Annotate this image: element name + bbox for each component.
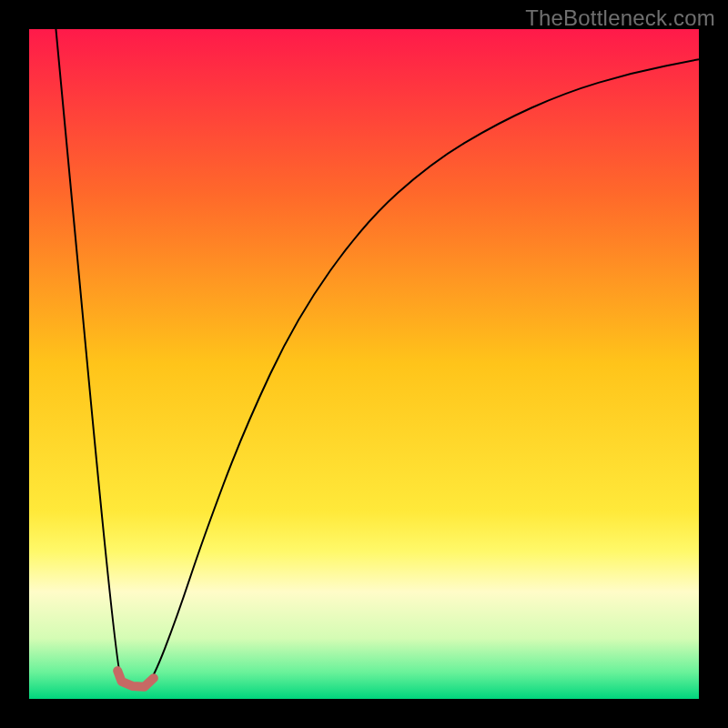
watermark-text: TheBottleneck.com xyxy=(525,5,715,31)
gradient-background xyxy=(29,29,699,699)
chart-container: TheBottleneck.com xyxy=(0,0,728,728)
plot-area xyxy=(29,29,699,699)
chart-svg xyxy=(29,29,699,699)
